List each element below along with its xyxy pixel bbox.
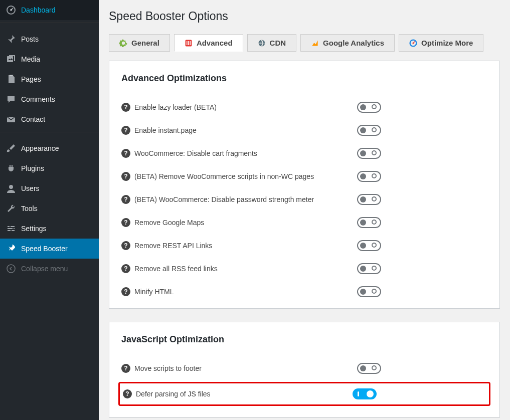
sidebar-item-label: Media <box>21 55 40 63</box>
sidebar-item-label: Pages <box>21 75 41 83</box>
sidebar-item-tools[interactable]: Tools <box>0 198 99 219</box>
help-icon[interactable]: ? <box>121 218 130 227</box>
help-icon[interactable]: ? <box>121 149 130 158</box>
envelope-icon <box>6 114 16 124</box>
option-minify-html: ? Minify HTML <box>121 280 487 303</box>
option-text: Enable lazy loader (BETA) <box>134 103 217 111</box>
sidebar-item-posts[interactable]: Posts <box>0 29 99 49</box>
help-icon[interactable]: ? <box>121 103 130 112</box>
panel-javascript-optimization: JavaScript Optimization ? Move scripts t… <box>109 322 500 417</box>
sidebar-item-label: Settings <box>21 225 47 233</box>
option-label: ? Enable instant.page <box>121 126 357 135</box>
toggle-remove-rest-links[interactable] <box>357 240 381 251</box>
dashboard-icon <box>409 39 417 47</box>
toggle-disable-pw-meter[interactable] <box>357 194 381 205</box>
help-icon[interactable]: ? <box>121 364 130 373</box>
sidebar-item-dashboard[interactable]: Dashboard <box>0 0 99 20</box>
help-icon[interactable]: ? <box>121 126 130 135</box>
help-icon[interactable]: ? <box>121 264 130 273</box>
panel-title: Advanced Optimizations <box>121 73 487 84</box>
panel-title: JavaScript Optimization <box>121 334 487 345</box>
svg-point-5 <box>7 265 15 273</box>
option-text: WooCommerce: Disable cart fragments <box>134 149 257 157</box>
tab-google-analytics[interactable]: Google Analytics <box>300 34 395 52</box>
option-label: ? Minify HTML <box>121 287 357 296</box>
comments-icon <box>6 94 16 104</box>
toggle-disable-cart-fragments[interactable] <box>357 148 381 159</box>
svg-point-1 <box>10 9 12 11</box>
option-label: ? Move scripts to footer <box>121 364 357 373</box>
toggle-defer-js[interactable] <box>353 388 377 399</box>
sidebar-item-label: Contact <box>21 115 45 123</box>
option-lazy-loader: ? Enable lazy loader (BETA) <box>121 96 487 119</box>
svg-point-12 <box>412 42 414 44</box>
gear-icon <box>119 39 127 47</box>
tab-cdn[interactable]: CDN <box>247 34 297 52</box>
tab-general[interactable]: General <box>109 34 170 52</box>
sidebar-item-collapse[interactable]: Collapse menu <box>0 259 99 279</box>
sidebar-item-appearance[interactable]: Appearance <box>0 138 99 158</box>
option-text: Defer parsing of JS files <box>136 390 211 398</box>
rocket-icon <box>6 244 16 254</box>
option-text: Remove Google Maps <box>134 219 204 227</box>
option-label: ? (BETA) Remove WooCommerce scripts in n… <box>121 172 357 181</box>
media-icon <box>6 54 16 64</box>
toggle-move-scripts-footer[interactable] <box>357 363 381 374</box>
svg-rect-7 <box>187 41 188 45</box>
sliders-icon <box>185 39 193 47</box>
sidebar-item-contact[interactable]: Contact <box>0 109 99 129</box>
sliders-icon <box>6 224 16 234</box>
sidebar-item-pages[interactable]: Pages <box>0 69 99 89</box>
option-label: ? Enable lazy loader (BETA) <box>121 103 357 112</box>
option-disable-pw-meter: ? (BETA) WooCommerce: Disable password s… <box>121 188 487 211</box>
tab-label: General <box>131 39 159 47</box>
option-text: Minify HTML <box>134 288 174 296</box>
option-remove-google-maps: ? Remove Google Maps <box>121 211 487 234</box>
option-label: ? Remove REST API Links <box>121 241 357 250</box>
tab-advanced[interactable]: Advanced <box>174 34 243 52</box>
analytics-icon <box>311 39 319 47</box>
sidebar-item-comments[interactable]: Comments <box>0 89 99 109</box>
option-remove-rss-links: ? Remove all RSS feed links <box>121 257 487 280</box>
option-text: Remove all RSS feed links <box>134 265 218 273</box>
globe-icon <box>258 39 266 47</box>
sidebar-item-media[interactable]: Media <box>0 49 99 69</box>
pages-icon <box>6 74 16 84</box>
pin-icon <box>6 34 16 44</box>
toggle-lazy-loader[interactable] <box>357 102 381 113</box>
sidebar-item-label: Tools <box>21 204 38 213</box>
collapse-icon <box>6 264 16 274</box>
sidebar-item-speed-booster[interactable]: Speed Booster <box>0 239 99 259</box>
help-icon[interactable]: ? <box>121 172 130 181</box>
sidebar-item-users[interactable]: Users <box>0 178 99 198</box>
dashboard-icon <box>6 5 16 15</box>
help-icon[interactable]: ? <box>123 389 132 398</box>
tab-label: Optimize More <box>421 39 473 47</box>
help-icon[interactable]: ? <box>121 195 130 204</box>
sidebar-item-label: Comments <box>21 95 55 103</box>
help-icon[interactable]: ? <box>121 287 130 296</box>
option-label: ? Remove Google Maps <box>121 218 357 227</box>
option-defer-js: ? Defer parsing of JS files <box>123 384 486 403</box>
sidebar-item-label: Posts <box>21 35 39 43</box>
toggle-instant-page[interactable] <box>357 125 381 136</box>
tab-optimize-more[interactable]: Optimize More <box>399 34 483 52</box>
panel-advanced-optimizations: Advanced Optimizations ? Enable lazy loa… <box>109 61 500 309</box>
highlight-defer-js: ? Defer parsing of JS files <box>118 382 490 406</box>
toggle-minify-html[interactable] <box>357 286 381 297</box>
svg-point-4 <box>9 185 13 189</box>
sidebar-item-label: Collapse menu <box>21 265 68 273</box>
option-instant-page: ? Enable instant.page <box>121 119 487 142</box>
sidebar-item-plugins[interactable]: Plugins <box>0 158 99 178</box>
sidebar-item-settings[interactable]: Settings <box>0 219 99 239</box>
toggle-remove-google-maps[interactable] <box>357 217 381 228</box>
tab-label: Advanced <box>197 39 233 47</box>
help-icon[interactable]: ? <box>121 241 130 250</box>
sidebar-item-label: Plugins <box>21 164 44 172</box>
toggle-remove-rss-links[interactable] <box>357 263 381 274</box>
toggle-remove-wc-scripts[interactable] <box>357 171 381 182</box>
option-move-scripts-footer: ? Move scripts to footer <box>121 357 487 380</box>
tab-label: CDN <box>270 39 286 47</box>
tab-label: Google Analytics <box>323 39 384 47</box>
plug-icon <box>6 163 16 173</box>
